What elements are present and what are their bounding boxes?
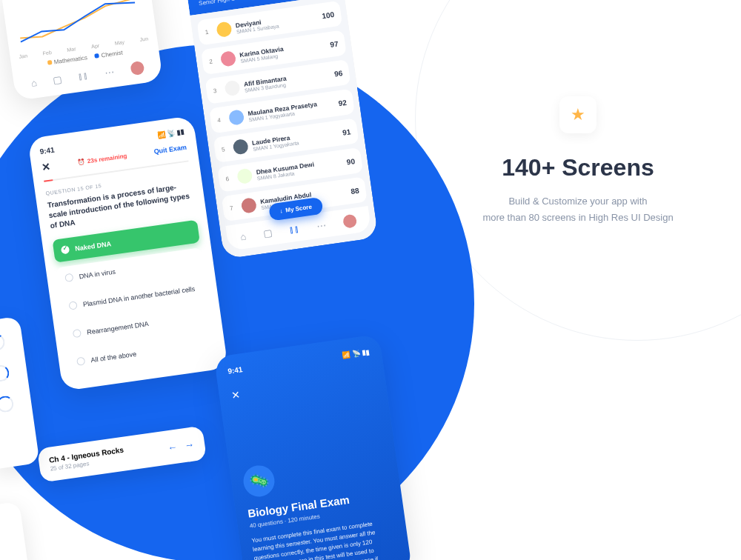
score-title: Score xyxy=(10,0,34,1)
germ-icon: 🦠 xyxy=(242,464,276,499)
next-icon[interactable]: → xyxy=(184,439,195,451)
status-icons: 📶 📡 ▮▮ xyxy=(342,347,370,359)
radio-icon xyxy=(76,357,85,366)
subline-1: Build & Customize your app with xyxy=(508,196,647,207)
quiz-screen: 9:41 📶 📡 ▮▮ ✕ ⏰ 23s remaining Quit Exam … xyxy=(27,116,228,391)
peek-card xyxy=(0,501,40,560)
status-time: 9:41 xyxy=(227,365,243,376)
radio-icon xyxy=(68,301,77,310)
avatar[interactable] xyxy=(130,61,144,76)
chat-icon[interactable]: ⋯ xyxy=(104,66,115,79)
time-remaining: ⏰ 23s remaining xyxy=(77,152,127,165)
radio-icon xyxy=(64,273,73,282)
home-icon[interactable]: ⌂ xyxy=(30,77,38,89)
headline: 140+ Screens xyxy=(459,154,697,181)
radio-checked-icon xyxy=(61,245,70,254)
avatar xyxy=(216,21,233,38)
avatar xyxy=(236,168,253,185)
stats-icon[interactable]: ⫿⫿ xyxy=(78,70,90,82)
spinner-icon xyxy=(0,395,15,413)
avatar xyxy=(241,197,258,214)
avatar xyxy=(228,109,245,126)
avatar[interactable] xyxy=(342,213,357,228)
subline-2: more than 80 screens in High Res UI Desi… xyxy=(482,212,673,223)
clipboard-icon[interactable]: ▢ xyxy=(53,73,63,86)
exam-intro-screen: 9:41 📶 📡 ▮▮ ✕ 🦠 Biology Final Exam 40 qu… xyxy=(214,334,413,560)
chat-icon[interactable]: ⋯ xyxy=(316,219,327,232)
close-icon[interactable]: ✕ xyxy=(230,370,373,402)
status-time: 9:41 xyxy=(39,145,55,156)
avatar xyxy=(224,80,241,97)
avatar xyxy=(232,139,249,156)
avatar xyxy=(220,50,237,67)
download-icon: ↓ xyxy=(279,207,283,214)
spinner-icon xyxy=(0,364,10,383)
close-icon[interactable]: ✕ xyxy=(41,160,52,173)
clipboard-icon[interactable]: ▢ xyxy=(262,227,273,239)
star-icon: ★ xyxy=(559,96,597,133)
marketing-block: ★ 140+ Screens Build & Customize your ap… xyxy=(459,96,697,226)
radio-icon xyxy=(73,329,82,338)
stats-icon[interactable]: ⫿⫿ xyxy=(288,223,300,236)
prev-icon[interactable]: ← xyxy=(167,441,178,453)
quit-exam-button[interactable]: Quit Exam xyxy=(153,144,187,156)
spinner-icon xyxy=(0,333,6,352)
status-icons: 📶 📡 ▮▮ xyxy=(156,127,185,139)
home-icon[interactable]: ⌂ xyxy=(239,230,247,242)
clock-icon: ⏰ xyxy=(77,158,85,165)
